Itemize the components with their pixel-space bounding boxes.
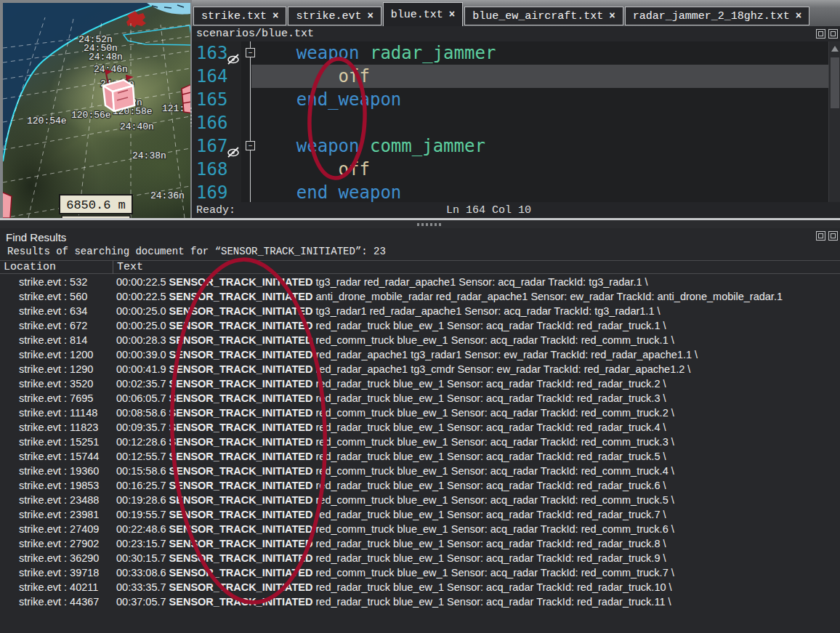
map-view[interactable]: 24:52n24:50n24:48n24:46n24:44n24:42n24:4… [3, 3, 190, 218]
token-plain [254, 43, 296, 63]
editor-tab-radar_jammer_2_18ghz-txt[interactable]: radar_jammer_2_18ghz.txt× [625, 7, 809, 25]
hide-eye-icon[interactable] [227, 47, 241, 58]
code-line-163[interactable]: 163– weapon radar_jammer [192, 41, 828, 65]
event-time: 00:00:28.3 [116, 334, 169, 346]
token-plain [254, 159, 339, 180]
token-plain [360, 136, 370, 156]
result-row[interactable]: strike.evt : 81400:00:28.3 SENSOR_TRACK_… [0, 333, 840, 347]
result-text: 00:12:55.7 SENSOR_TRACK_INITIATED red_ra… [116, 449, 666, 464]
result-row[interactable]: strike.evt : 1525100:12:28.6 SENSOR_TRAC… [0, 435, 840, 449]
fold-collapse-icon[interactable]: – [246, 48, 255, 57]
hide-eye-icon[interactable] [227, 140, 241, 151]
line-number[interactable]: 165 [192, 88, 241, 111]
code-editor[interactable]: 163– weapon radar_jammer164 off165 end_w… [192, 41, 828, 202]
pin-pane-icon[interactable] [828, 231, 838, 241]
result-row[interactable]: strike.evt : 352000:02:35.7 SENSOR_TRACK… [0, 376, 840, 391]
code-text[interactable]: off [251, 158, 828, 181]
event-time: 00:00:39.0 [116, 349, 169, 360]
float-pane-icon[interactable] [816, 29, 825, 39]
editor-tab-strike-evt[interactable]: strike.evt× [288, 7, 381, 25]
result-text: 00:02:35.7 SENSOR_TRACK_INITIATED red_ra… [116, 376, 666, 391]
code-line-167[interactable]: 167– weapon comm_jammer [192, 134, 828, 158]
event-time: 00:33:08.6 [116, 567, 169, 578]
result-row[interactable]: strike.evt : 67200:00:25.0 SENSOR_TRACK_… [0, 318, 840, 333]
event-time: 00:00:22.5 [116, 291, 169, 302]
line-number[interactable]: 167 [192, 134, 241, 158]
editor-tab-blue-txt[interactable]: blue.txt× [383, 2, 463, 26]
result-row[interactable]: strike.evt : 2348800:19:28.6 SENSOR_TRAC… [0, 493, 840, 507]
match-keyword: SENSOR_TRACK_INITIATED [169, 581, 313, 593]
code-text[interactable]: off [251, 65, 828, 88]
editor-status-bar: Ready: Ln 164 Col 10 [192, 202, 840, 218]
line-number[interactable]: 166 [192, 111, 241, 134]
horizontal-splitter[interactable] [0, 218, 840, 228]
line-number[interactable]: 163 [192, 41, 241, 65]
line-number[interactable]: 164 [192, 65, 241, 88]
tab-close-icon[interactable]: × [367, 10, 373, 22]
editor-tab-blue_ew_aircraft-txt[interactable]: blue_ew_aircraft.txt× [464, 7, 623, 25]
result-row[interactable]: strike.evt : 1574400:12:55.7 SENSOR_TRAC… [0, 449, 840, 464]
line-number[interactable]: 168 [192, 158, 241, 181]
result-row[interactable]: strike.evt : 56000:00:22.5 SENSOR_TRACK_… [0, 289, 840, 304]
platform-entity[interactable] [103, 70, 134, 111]
result-row[interactable]: strike.evt : 2398100:19:55.7 SENSOR_TRAC… [0, 507, 840, 522]
event-time: 00:33:35.7 [116, 581, 169, 593]
pin-pane-icon[interactable] [828, 29, 838, 39]
tab-close-icon[interactable]: × [609, 10, 615, 22]
scrollbar-thumb[interactable] [831, 57, 839, 108]
code-text[interactable]: weapon radar_jammer [251, 41, 828, 65]
event-detail: tg3_radar red_radar_apache1 Sensor: acq_… [313, 276, 648, 288]
event-time: 00:06:05.7 [116, 392, 169, 404]
tab-close-icon[interactable]: × [272, 10, 278, 22]
result-row[interactable]: strike.evt : 4021100:33:35.7 SENSOR_TRAC… [0, 580, 840, 594]
event-detail: red_comm_truck blue_ew_1 Sensor: acq_rad… [313, 523, 674, 535]
float-pane-icon[interactable] [816, 231, 825, 241]
code-line-164[interactable]: 164 off [192, 65, 828, 88]
result-row[interactable]: strike.evt : 53200:00:22.5 SENSOR_TRACK_… [0, 275, 840, 289]
result-text: 00:00:22.5 SENSOR_TRACK_INITIATED tg3_ra… [116, 275, 648, 289]
event-time: 00:08:58.6 [116, 407, 169, 419]
tab-close-icon[interactable]: × [449, 9, 455, 20]
code-text[interactable]: end_weapon [251, 181, 828, 204]
result-row[interactable]: strike.evt : 1985300:16:25.7 SENSOR_TRAC… [0, 478, 840, 493]
token-plain [254, 66, 339, 86]
result-row[interactable]: strike.evt : 3629000:30:15.7 SENSOR_TRAC… [0, 551, 840, 565]
fold-collapse-icon[interactable]: – [246, 141, 255, 150]
editor-scrollbar[interactable] [828, 41, 840, 202]
result-row[interactable]: strike.evt : 1182300:09:35.7 SENSOR_TRAC… [0, 420, 840, 435]
column-header-text[interactable]: Text [117, 261, 143, 273]
editor-tab-strike-txt[interactable]: strike.txt× [193, 7, 286, 25]
column-header-location[interactable]: Location [4, 261, 56, 273]
code-text[interactable]: end_weapon [251, 88, 828, 111]
event-detail: anti_drone_mobile_radar red_radar_apache… [313, 291, 783, 302]
result-location: strike.evt : 23488 [19, 493, 99, 507]
code-text[interactable] [251, 111, 828, 134]
result-row[interactable]: strike.evt : 4436700:37:05.7 SENSOR_TRAC… [0, 594, 840, 609]
event-detail: red_radar_truck blue_ew_1 Sensor: acq_ra… [313, 320, 666, 331]
code-text[interactable]: weapon comm_jammer [251, 134, 828, 158]
scroll-up-arrow-icon[interactable] [831, 46, 839, 52]
cursor-position-label: Ln 164 Col 10 [446, 204, 531, 217]
tab-close-icon[interactable]: × [796, 10, 801, 22]
result-row[interactable]: strike.evt : 2790200:23:15.7 SENSOR_TRAC… [0, 536, 840, 551]
result-row[interactable]: strike.evt : 120000:00:39.0 SENSOR_TRACK… [0, 347, 840, 362]
column-resize-handle[interactable] [113, 261, 113, 274]
code-line-169[interactable]: 169 end_weapon [192, 181, 828, 204]
result-text: 00:00:41.9 SENSOR_TRACK_INITIATED red_ra… [116, 362, 690, 376]
result-row[interactable]: strike.evt : 1114800:08:58.6 SENSOR_TRAC… [0, 406, 840, 420]
result-row[interactable]: strike.evt : 1936000:15:58.6 SENSOR_TRAC… [0, 464, 840, 478]
result-row[interactable]: strike.evt : 129000:00:41.9 SENSOR_TRACK… [0, 362, 840, 376]
match-keyword: SENSOR_TRACK_INITIATED [169, 465, 313, 477]
line-number[interactable]: 169 [192, 181, 241, 204]
result-row[interactable]: strike.evt : 3971800:33:08.6 SENSOR_TRAC… [0, 565, 840, 580]
match-keyword: SENSOR_TRACK_INITIATED [169, 378, 313, 390]
result-row[interactable]: strike.evt : 769500:06:05.7 SENSOR_TRACK… [0, 391, 840, 406]
match-keyword: SENSOR_TRACK_INITIATED [169, 451, 313, 462]
result-text: 00:00:25.0 SENSOR_TRACK_INITIATED red_ra… [116, 318, 666, 333]
result-row[interactable]: strike.evt : 2740900:22:48.6 SENSOR_TRAC… [0, 522, 840, 536]
code-line-168[interactable]: 168 off [192, 158, 828, 181]
result-row[interactable]: strike.evt : 63400:00:25.0 SENSOR_TRACK_… [0, 304, 840, 318]
code-line-166[interactable]: 166 [192, 111, 828, 134]
result-text: 00:33:35.7 SENSOR_TRACK_INITIATED red_ra… [116, 580, 672, 594]
code-line-165[interactable]: 165 end_weapon [192, 88, 828, 111]
